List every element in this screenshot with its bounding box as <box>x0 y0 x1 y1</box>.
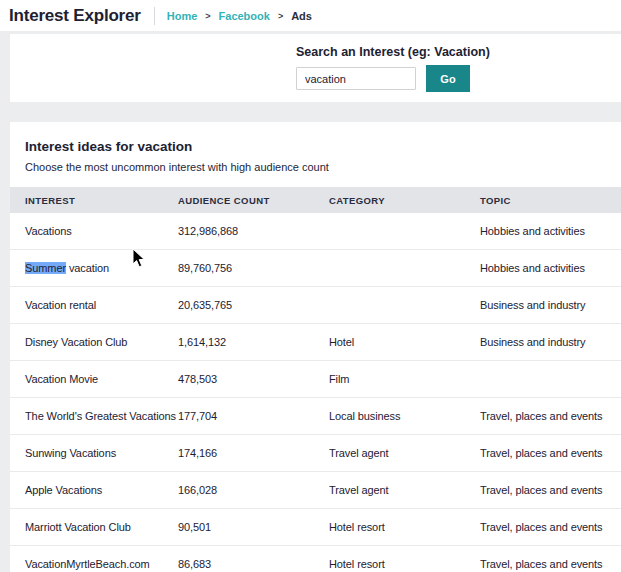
table-header: INTERESTAUDIENCE COUNTCATEGORYTOPIC <box>10 187 621 213</box>
breadcrumb-separator: > <box>205 11 210 21</box>
interest-cell[interactable]: Vacation Movie <box>25 373 178 385</box>
table-row: Vacation Movie478,503Film <box>10 361 621 398</box>
category-cell: Travel agent <box>329 447 480 459</box>
selected-text: Summer <box>25 262 66 274</box>
audience-count-cell: 89,760,756 <box>178 262 329 274</box>
interest-explorer-page: Interest Explorer Home>Facebook>Ads Sear… <box>0 0 621 572</box>
interest-cell[interactable]: Vacations <box>25 225 178 237</box>
table-row: Summer vacation89,760,756Hobbies and act… <box>10 250 621 287</box>
category-cell: Travel agent <box>329 484 480 496</box>
audience-count-cell: 90,501 <box>178 521 329 533</box>
results-heading: Interest ideas for vacation <box>25 139 621 154</box>
topic-cell: Hobbies and activities <box>480 225 621 237</box>
audience-count-cell: 478,503 <box>178 373 329 385</box>
breadcrumb-item-ads: Ads <box>291 10 312 22</box>
search-input[interactable] <box>296 67 416 90</box>
header-divider <box>154 7 155 25</box>
table-body: Vacations312,986,868Hobbies and activiti… <box>10 213 621 572</box>
search-label: Search an Interest (eg: Vacation) <box>296 45 621 59</box>
interest-cell[interactable]: Disney Vacation Club <box>25 336 178 348</box>
column-header-interest: INTEREST <box>25 195 178 206</box>
topic-cell: Hobbies and activities <box>480 262 621 274</box>
interest-cell[interactable]: Apple Vacations <box>25 484 178 496</box>
topic-cell: Travel, places and events <box>480 484 621 496</box>
topic-cell: Travel, places and events <box>480 410 621 422</box>
app-header: Interest Explorer Home>Facebook>Ads <box>0 0 621 31</box>
topic-cell: Travel, places and events <box>480 558 621 570</box>
results-panel: Interest ideas for vacation Choose the m… <box>10 122 621 572</box>
category-cell: Hotel resort <box>329 558 480 570</box>
breadcrumb-item-facebook[interactable]: Facebook <box>219 10 270 22</box>
category-cell: Hotel <box>329 336 480 348</box>
breadcrumb-item-home[interactable]: Home <box>167 10 198 22</box>
audience-count-cell: 20,635,765 <box>178 299 329 311</box>
table-row: The World's Greatest Vacations177,704Loc… <box>10 398 621 435</box>
table-row: Vacations312,986,868Hobbies and activiti… <box>10 213 621 250</box>
search-panel: Search an Interest (eg: Vacation) Go <box>10 34 621 102</box>
column-header-topic: TOPIC <box>480 195 621 206</box>
column-header-category: CATEGORY <box>329 195 480 206</box>
column-header-audience-count: AUDIENCE COUNT <box>178 195 329 206</box>
table-row: VacationMyrtleBeach.com86,683Hotel resor… <box>10 546 621 572</box>
table-row: Disney Vacation Club1,614,132HotelBusine… <box>10 324 621 361</box>
interest-cell[interactable]: Sunwing Vacations <box>25 447 178 459</box>
table-row: Apple Vacations166,028Travel agentTravel… <box>10 472 621 509</box>
audience-count-cell: 177,704 <box>178 410 329 422</box>
table-row: Vacation rental20,635,765Business and in… <box>10 287 621 324</box>
audience-count-cell: 166,028 <box>178 484 329 496</box>
topic-cell: Business and industry <box>480 299 621 311</box>
search-row: Go <box>296 65 621 92</box>
topic-cell: Travel, places and events <box>480 447 621 459</box>
topic-cell: Business and industry <box>480 336 621 348</box>
go-button[interactable]: Go <box>426 65 470 92</box>
table-row: Sunwing Vacations174,166Travel agentTrav… <box>10 435 621 472</box>
interest-cell[interactable]: The World's Greatest Vacations <box>25 410 178 422</box>
audience-count-cell: 86,683 <box>178 558 329 570</box>
audience-count-cell: 174,166 <box>178 447 329 459</box>
category-cell: Film <box>329 373 480 385</box>
category-cell: Local business <box>329 410 480 422</box>
topic-cell: Travel, places and events <box>480 521 621 533</box>
interest-cell[interactable]: Marriott Vacation Club <box>25 521 178 533</box>
page-title: Interest Explorer <box>9 6 141 26</box>
results-subheading: Choose the most uncommon interest with h… <box>25 161 621 173</box>
interest-cell[interactable]: VacationMyrtleBeach.com <box>25 558 178 570</box>
interest-cell[interactable]: Vacation rental <box>25 299 178 311</box>
breadcrumb: Home>Facebook>Ads <box>167 10 312 22</box>
category-cell: Hotel resort <box>329 521 480 533</box>
audience-count-cell: 312,986,868 <box>178 225 329 237</box>
table-row: Marriott Vacation Club90,501Hotel resort… <box>10 509 621 546</box>
interest-cell[interactable]: Summer vacation <box>25 262 178 274</box>
breadcrumb-separator: > <box>278 11 283 21</box>
audience-count-cell: 1,614,132 <box>178 336 329 348</box>
